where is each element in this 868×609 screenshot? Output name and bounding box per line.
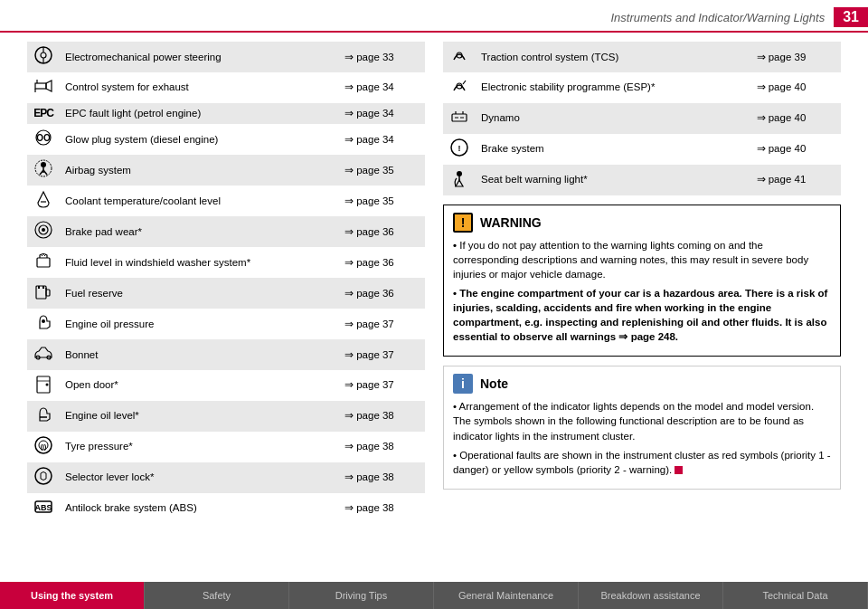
table-row: Open door* ⇒ page 37 (27, 370, 425, 401)
table-row: Traction control system (TCS) ⇒ page 39 (443, 42, 841, 72)
svg-rect-24 (46, 290, 50, 296)
page-header: Instruments and Indicator/Warning Lights… (0, 0, 868, 33)
note-title: Note (480, 376, 508, 391)
warning-title: WARNING (480, 215, 542, 230)
page-reference: ⇒ page 36 (339, 278, 425, 309)
page-reference: ⇒ page 37 (339, 339, 425, 370)
indicator-icon: EPC (27, 103, 60, 125)
indicator-icon (27, 216, 60, 247)
indicator-icon (27, 309, 60, 339)
svg-point-1 (41, 52, 46, 58)
svg-point-32 (46, 383, 49, 385)
indicator-icon (27, 370, 60, 401)
warning-bullet1: • If you do not pay attention to the war… (453, 238, 831, 281)
indicator-description: Electronic stability programme (ESP)* (476, 72, 751, 103)
note-box: i Note • Arrangement of the indicator li… (443, 366, 841, 489)
note-bullet2: • Operational faults are shown in the in… (453, 448, 831, 477)
indicator-icon: OO (27, 124, 60, 155)
table-row: Selector lever lock* ⇒ page 38 (27, 462, 425, 493)
indicator-icon (443, 42, 476, 72)
indicator-description: EPC fault light (petrol engine) (60, 103, 339, 125)
indicator-description: Fuel reserve (60, 278, 339, 309)
nav-item-technical-data[interactable]: Technical Data (723, 582, 868, 609)
table-row: Airbag system ⇒ page 35 (27, 155, 425, 186)
page-reference: ⇒ page 36 (339, 247, 425, 278)
page-reference: ⇒ page 40 (751, 103, 841, 134)
page-reference: ⇒ page 38 (339, 462, 425, 493)
svg-line-22 (44, 254, 46, 256)
svg-point-51 (457, 171, 462, 176)
table-row: Engine oil pressure ⇒ page 37 (27, 309, 425, 339)
page-reference: ⇒ page 35 (339, 155, 425, 186)
left-indicator-table: Electromechanical power steering ⇒ page … (27, 42, 425, 524)
warning-header: ! WARNING (453, 213, 831, 233)
page-reference: ⇒ page 38 (339, 493, 425, 524)
table-row: Bonnet ⇒ page 37 (27, 339, 425, 370)
table-row: Dynamo ⇒ page 40 (443, 103, 841, 134)
table-row: Coolant temperature/coolant level ⇒ page… (27, 186, 425, 216)
table-row: ! Brake system ⇒ page 40 (443, 134, 841, 165)
svg-point-28 (42, 319, 45, 323)
svg-point-10 (41, 162, 46, 167)
indicator-description: Coolant temperature/coolant level (60, 186, 339, 216)
page-reference: ⇒ page 41 (751, 165, 841, 195)
indicator-description: Control system for exhaust (60, 72, 339, 103)
svg-text:ABS: ABS (34, 503, 52, 512)
svg-rect-44 (452, 114, 467, 121)
right-column: Traction control system (TCS) ⇒ page 39 … (443, 42, 841, 524)
indicator-description: Brake pad wear* (60, 216, 339, 247)
indicator-description: Engine oil pressure (60, 309, 339, 339)
page-reference: ⇒ page 40 (751, 72, 841, 103)
table-row: Seat belt warning light* ⇒ page 41 (443, 165, 841, 195)
table-row: Fuel reserve ⇒ page 36 (27, 278, 425, 309)
indicator-description: Brake system (476, 134, 751, 165)
nav-item-using-the-system[interactable]: Using the system (0, 582, 145, 609)
indicator-icon (27, 462, 60, 493)
indicator-icon (27, 155, 60, 186)
svg-line-43 (463, 81, 466, 84)
svg-rect-23 (36, 286, 46, 299)
nav-item-driving-tips[interactable]: Driving Tips (289, 582, 434, 609)
page-reference: ⇒ page 36 (339, 216, 425, 247)
indicator-description: Dynamo (476, 103, 751, 134)
indicator-description: Antilock brake system (ABS) (60, 493, 339, 524)
page-reference: ⇒ page 34 (339, 72, 425, 103)
table-row: ABS Antilock brake system (ABS) ⇒ page 3… (27, 493, 425, 524)
nav-item-general-maintenance[interactable]: General Maintenance (434, 582, 579, 609)
svg-rect-19 (37, 258, 50, 267)
indicator-description: Seat belt warning light* (476, 165, 751, 195)
indicator-icon (443, 103, 476, 134)
svg-text:(i): (i) (41, 443, 47, 451)
page-reference: ⇒ page 34 (339, 124, 425, 155)
indicator-icon (443, 165, 476, 195)
svg-marker-5 (46, 81, 52, 91)
svg-text:!: ! (458, 144, 461, 153)
left-column: Electromechanical power steering ⇒ page … (27, 42, 425, 524)
note-bullet1: • Arrangement of the indicator lights de… (453, 399, 831, 442)
page-number: 31 (834, 7, 868, 27)
indicator-description: Tyre pressure* (60, 432, 339, 462)
page-reference: ⇒ page 35 (339, 186, 425, 216)
note-header: i Note (453, 374, 831, 394)
indicator-icon (27, 278, 60, 309)
indicator-description: Electromechanical power steering (60, 42, 339, 72)
indicator-icon (27, 401, 60, 432)
bottom-navigation: Using the systemSafetyDriving TipsGenera… (0, 582, 868, 609)
indicator-icon: ! (443, 134, 476, 165)
nav-item-breakdown-assistance[interactable]: Breakdown assistance (579, 582, 723, 609)
svg-rect-4 (35, 83, 46, 89)
page-reference: ⇒ page 38 (339, 432, 425, 462)
table-row: EPC EPC fault light (petrol engine) ⇒ pa… (27, 103, 425, 125)
indicator-icon (27, 186, 60, 216)
table-row: Electronic stability programme (ESP)* ⇒ … (443, 72, 841, 103)
page-reference: ⇒ page 40 (751, 134, 841, 165)
table-row: (i) Tyre pressure* ⇒ page 38 (27, 432, 425, 462)
indicator-description: Fluid level in windshield washer system* (60, 247, 339, 278)
indicator-icon (443, 72, 476, 103)
nav-item-safety[interactable]: Safety (145, 582, 289, 609)
indicator-description: Open door* (60, 370, 339, 401)
svg-point-18 (42, 228, 45, 232)
indicator-icon: (i) (27, 432, 60, 462)
table-row: OO Glow plug system (diesel engine) ⇒ pa… (27, 124, 425, 155)
indicator-icon (27, 247, 60, 278)
